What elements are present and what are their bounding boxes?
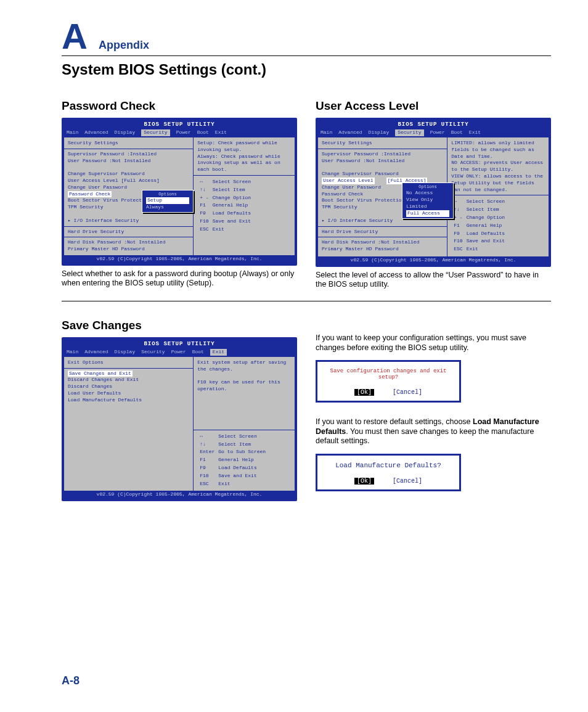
heading-user-access: User Access Level [316,99,551,113]
page-number: A-8 [62,674,80,687]
divider [62,301,551,301]
group-title: Hard Drive Security [68,229,189,235]
dialog-question: Load Manufacture Defaults? [324,462,453,469]
item: Load Manufacture Defaults [68,397,189,404]
popup-title: Options [406,184,449,190]
help-text: Exit system setup after saving the chang… [197,359,291,393]
popup-title: Options [146,192,189,197]
popup-option: Always [146,204,189,211]
row: User Password :Not Installed [68,158,189,165]
options-popup: Options No Access View Only Limited Full… [402,182,454,219]
item-selected: Save Changes and Exit [68,370,133,377]
key-legend: ↔Select Screen ↑↓Select Item + -Change O… [197,178,253,234]
panel-title: Exit Options [68,359,189,366]
panel-title: Security Settings [322,140,443,147]
submenu: ▸ I/O Interface Security [68,218,189,224]
heading-save-changes: Save Changes [62,319,297,332]
dialog-save-confirm: Save configuration changes and exit setu… [316,360,461,403]
menu-power: Power [171,349,186,356]
help-text: Setup: Check password while invoking set… [197,140,291,173]
menu-power: Power [176,129,191,136]
row: Hard Disk Password :Not Installed [322,239,443,246]
key-legend: ↔Select Screen ↑↓Select Item + -Change O… [451,197,507,254]
item: Discard Changes [68,383,189,390]
ok-button[interactable]: [Ok] [354,478,374,485]
dialog-load-defaults: Load Manufacture Defaults? [Ok] [Cancel] [316,454,461,491]
row: Supervisor Password :Installed [322,151,443,158]
menu-security: Security [141,349,165,356]
menu-boot: Boot [197,129,209,136]
menu-exit: Exit [215,129,227,136]
selected-item: User Access Level [322,178,375,184]
ok-button[interactable]: [Ok] [354,389,374,396]
row: Hard Disk Password :Not Installed [68,239,189,246]
bios-footer: v02.59 (C)Copyright 1985-2005, American … [318,256,549,264]
menu-display: Display [369,129,390,136]
appendix-header: A Appendix [62,18,551,56]
bios-menu: Main Advanced Display Security Power Boo… [318,129,549,137]
item: Change Supervisor Password [322,171,443,178]
menu-main: Main [67,129,78,136]
menu-display: Display [115,349,136,356]
desc-save-2: If you want to restore default settings,… [316,417,551,446]
menu-main: Main [321,129,332,136]
caption-password-check: Select whether to ask for a password dur… [62,269,297,288]
caption-user-access: Select the level of access to allow the … [316,271,551,290]
item: Discard Changes and Exit [68,377,189,383]
panel-title: Security Settings [68,140,189,147]
item: User Access Level [Full Access] [68,178,189,184]
selected-item: Password Check [68,191,112,198]
popup-option: Full Access [406,210,449,217]
desc-save-1: If you want to keep your configuration s… [316,333,551,353]
menu-advanced: Advanced [338,129,362,136]
menu-display: Display [115,129,136,136]
menu-main: Main [67,349,78,356]
bios-title: BIOS SETUP UTILITY [64,340,295,348]
bios-title: BIOS SETUP UTILITY [318,120,549,129]
bios-footer: v02.59 (C)Copyright 1985-2005, American … [64,255,295,263]
dialog-question: Save configuration changes and exit setu… [324,368,453,380]
menu-exit: Exit [469,129,481,136]
row: Primary Master HD Password [322,246,443,253]
appendix-letter: A [62,18,88,54]
appendix-label: Appendix [99,39,149,52]
options-popup: Options Setup Always [142,190,194,213]
menu-boot: Boot [451,129,463,136]
bios-screenshot-user-access: BIOS SETUP UTILITY Main Advanced Display… [316,118,551,267]
menu-advanced: Advanced [84,129,108,136]
row: Supervisor Password :Installed [68,151,189,158]
menu-security: Security [395,129,423,136]
group-title: Hard Drive Security [322,229,443,235]
key-legend: ↔Select Screen ↑↓Select Item EnterGo to … [197,432,268,489]
bios-footer: v02.59 (C)Copyright 1985-2005, American … [64,491,295,499]
bios-screenshot-password-check: BIOS SETUP UTILITY Main Advanced Display… [62,118,297,266]
item: Load User Defaults [68,390,189,397]
popup-option: Limited [406,203,449,210]
cancel-button[interactable]: [Cancel] [393,478,422,485]
help-text: LIMITED: allows only limited fields to b… [451,140,545,193]
heading-password-check: Password Check [62,99,297,113]
menu-security: Security [141,129,169,136]
bios-menu: Main Advanced Display Security Power Boo… [64,348,295,357]
popup-option: Setup [146,197,189,204]
menu-exit: Exit [210,349,227,356]
bios-menu: Main Advanced Display Security Power Boo… [64,129,295,137]
menu-advanced: Advanced [84,349,108,356]
cancel-button[interactable]: [Cancel] [393,389,422,396]
popup-option: View Only [406,197,449,203]
page-title: System BIOS Settings (cont.) [62,61,551,78]
menu-power: Power [430,129,445,136]
popup-option: No Access [406,190,449,197]
row: Primary Master HD Password [68,246,189,253]
menu-boot: Boot [192,349,204,356]
bios-screenshot-save-changes: BIOS SETUP UTILITY Main Advanced Display… [62,337,297,501]
row: User Password :Not Installed [322,158,443,165]
item: Change Supervisor Password [68,171,189,178]
bios-title: BIOS SETUP UTILITY [64,120,295,129]
